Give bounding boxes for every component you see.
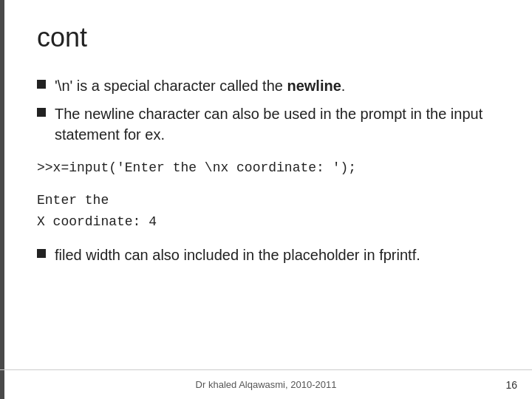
bullet-square-icon-3 <box>37 249 46 258</box>
bullet-square-icon <box>37 80 46 89</box>
bullet-item-2: The newline character can also be used i… <box>37 103 502 145</box>
bold-newline: newline <box>287 78 341 94</box>
slide-title: cont <box>37 22 502 53</box>
footer-bar: Dr khaled Alqawasmi, 2010-2011 16 <box>0 369 532 399</box>
slide: cont '\n' is a special character called … <box>0 0 532 399</box>
bullet-3-text: filed width can also included in the pla… <box>55 245 502 265</box>
page-number: 16 <box>505 379 517 391</box>
code-line: >>x=input('Enter the \nx coordinate: '); <box>37 160 356 175</box>
bullet-1-text: '\n' is a special character called the n… <box>55 75 502 96</box>
code-block: >>x=input('Enter the \nx coordinate: '); <box>37 158 495 178</box>
output-block: Enter the X coordinate: 4 <box>37 190 495 233</box>
bullet-list-2: filed width can also included in the pla… <box>37 245 502 265</box>
bullet-2-text: The newline character can also be used i… <box>55 103 502 145</box>
output-line-1: Enter the <box>37 190 495 211</box>
bullet-square-icon-2 <box>37 108 46 117</box>
bullet-item-3: filed width can also included in the pla… <box>37 245 502 265</box>
left-border-decoration <box>0 0 4 399</box>
bullet-list: '\n' is a special character called the n… <box>37 75 502 145</box>
footer-credit: Dr khaled Alqawasmi, 2010-2011 <box>0 379 532 390</box>
output-line-2: X coordinate: 4 <box>37 211 495 233</box>
bullet-item-1: '\n' is a special character called the n… <box>37 75 502 96</box>
